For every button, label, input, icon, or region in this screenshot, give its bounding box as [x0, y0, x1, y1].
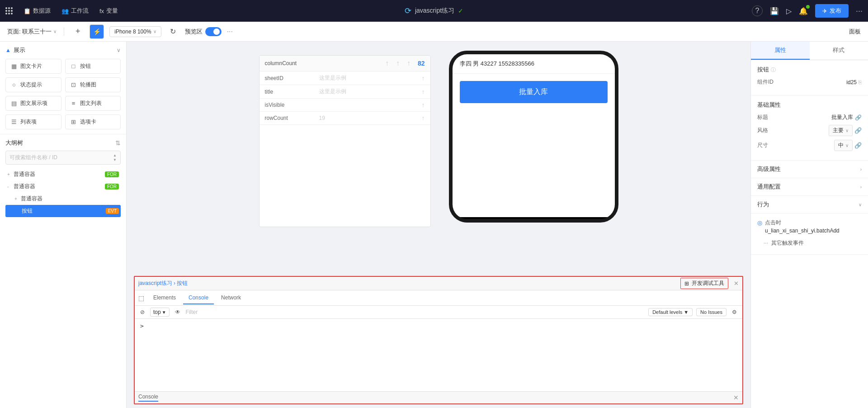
dev-toolbar-right: Default levels ▼ No Issues ⚙ [648, 308, 739, 316]
phone-frame: 李四 男 43227 15528335566 批量入库 [449, 51, 618, 223]
sidebar-item-imagetext[interactable]: ▤ 图文展示项 [5, 96, 61, 111]
console-area[interactable]: > [135, 319, 742, 391]
sidebar-item-imagelist[interactable]: ≡ 图文列表 [65, 96, 121, 111]
dev-tools-header: javascript练习 › 按钮 ⊞ 开发调试工具 ✕ [135, 277, 742, 290]
console-footer-close-icon[interactable]: ✕ [733, 394, 739, 401]
sidebar-item-card[interactable]: ▦ 图文卡片 [5, 59, 61, 74]
arrow-up-icon[interactable]: ▲ [113, 153, 117, 157]
canvas-top: columnCount ↑ ↑ ↑ 82 sheetID 这里是示例 ↑ [259, 51, 618, 227]
refresh-button[interactable]: ↻ [167, 25, 179, 38]
upload-icon1[interactable]: ↑ [385, 59, 389, 67]
dev-tab-elements[interactable]: Elements [148, 292, 181, 304]
advanced-props-section[interactable]: 高级属性 › [751, 161, 868, 178]
tree-item-container1[interactable]: + 普通容器 FOR [5, 168, 121, 180]
project-name: javascript练习 [415, 7, 454, 15]
data-row-isvisible: isVisible ↑ [259, 99, 430, 112]
preview-more-icon[interactable]: ··· [227, 28, 233, 36]
imagetext-label: 图文展示项 [20, 100, 47, 107]
size-select-chevron-icon: ∨ [845, 143, 849, 148]
right-tab-props[interactable]: 属性 [751, 42, 810, 60]
style-tab-label: 样式 [833, 47, 844, 53]
tree-item-badge2: FOR [105, 184, 119, 190]
sidebar-item-tabs[interactable]: ⊞ 选项卡 [65, 114, 121, 129]
upload-icon3[interactable]: ↑ [407, 59, 410, 67]
common-config-section[interactable]: 通用配置 › [751, 178, 868, 196]
outline-title: 大纲树 [5, 139, 23, 147]
tree-item-container2[interactable]: - 普通容器 FOR [5, 180, 121, 193]
copy-icon[interactable]: ⎘ [859, 79, 862, 85]
upload-icon-isvisible[interactable]: ↑ [422, 101, 425, 109]
publish-button[interactable]: ✈ 发布 [815, 4, 849, 18]
tree-item-button[interactable]: 按钮 EVT [5, 205, 121, 217]
link-icon-title[interactable]: 🔗 [855, 114, 862, 121]
prop-label-style: 风格 [757, 127, 768, 134]
tree-toggle-icon3[interactable]: + [14, 196, 21, 201]
arrow-down-icon[interactable]: ▼ [113, 158, 117, 162]
add-page-button[interactable]: + [71, 25, 84, 38]
help-icon[interactable]: ? [752, 5, 763, 16]
status-icon: ○ [10, 81, 18, 89]
notify-icon[interactable]: 🔔 [799, 7, 808, 15]
save-icon[interactable]: 💾 [770, 7, 779, 15]
right-tab-style[interactable]: 样式 [810, 42, 868, 60]
upload-icon-rowcount[interactable]: ↑ [422, 114, 425, 122]
outline-search[interactable]: 可搜索组件名称 / ID ▲ ▼ [5, 151, 121, 165]
upload-icon2[interactable]: ↑ [396, 59, 400, 67]
tree-toggle-icon[interactable]: + [7, 172, 14, 177]
behavior-section-header[interactable]: 行为 ∨ [751, 196, 868, 213]
display-section-collapse-icon[interactable]: ∨ [117, 47, 121, 53]
user-info-text: 李四 男 43227 15528335566 [460, 60, 535, 67]
page-selector[interactable]: 页面: 联系三十一 ∨ [7, 28, 64, 36]
tree-item-container3[interactable]: + 普通容器 [5, 193, 121, 205]
phone-user-info: 李四 男 43227 15528335566 [453, 54, 615, 74]
tree-toggle-icon2[interactable]: - [7, 184, 14, 189]
preview-switch[interactable] [205, 27, 222, 36]
more-events-item[interactable]: ··· 其它触发事件 [757, 237, 862, 249]
phone-button-area: 批量入库 [453, 74, 615, 110]
nav-workflow[interactable]: 👥 工作流 [61, 7, 89, 15]
grid-menu-icon[interactable] [5, 7, 13, 14]
size-select[interactable]: 中 ∨ [834, 140, 853, 151]
basic-props-title: 基础属性 [757, 101, 862, 109]
mode-toggle-button[interactable]: ⚡ [90, 24, 104, 39]
tree-item-badge4: EVT [106, 208, 119, 214]
default-levels-selector[interactable]: Default levels ▼ [648, 308, 693, 316]
dev-toolbar: ⊘ top ▼ 👁 Filter Default levels ▼ No Iss… [135, 306, 742, 319]
filter-input[interactable]: Filter [186, 309, 645, 315]
run-icon[interactable]: ▷ [786, 7, 792, 15]
settings-icon[interactable]: ⚙ [730, 308, 739, 316]
dev-tools-close-button[interactable]: ✕ [734, 280, 739, 287]
prop-value-style: 主要 ∨ 🔗 [829, 125, 862, 136]
link-icon-style[interactable]: 🔗 [854, 127, 862, 134]
prop-label-title: 标题 [757, 114, 768, 121]
dev-tab-console[interactable]: Console [183, 292, 214, 304]
batch-button[interactable]: 批量入库 [460, 81, 608, 103]
nav-datasource[interactable]: 📋 数据源 [24, 7, 51, 15]
data-panel-header: columnCount ↑ ↑ ↑ 82 [259, 56, 430, 71]
device-selector[interactable]: iPhone 8 100% ∨ [109, 26, 161, 37]
sidebar-item-listitem[interactable]: ☰ 列表项 [5, 114, 61, 129]
dev-tab-network[interactable]: Network [216, 292, 246, 304]
style-value-text: 主要 [833, 127, 844, 134]
upload-icon-sheetid[interactable]: ↑ [422, 75, 425, 82]
toolbar-stop-icon[interactable]: ⊘ [138, 308, 146, 316]
console-cursor: > [140, 323, 144, 329]
sidebar-item-carousel[interactable]: ⊡ 轮播图 [65, 77, 121, 92]
eye-icon[interactable]: 👁 [173, 308, 182, 316]
sidebar-item-status[interactable]: ○ 状态提示 [5, 77, 61, 92]
sidebar-item-button[interactable]: □ 按钮 [65, 59, 121, 74]
click-event-item: ◎ 点击时 u_lian_xi_san_shi_yi.batchAdd [757, 219, 862, 234]
no-issues-indicator[interactable]: No Issues [696, 308, 726, 316]
preview-toggle[interactable]: 预览区 [185, 27, 222, 36]
outline-toggle-icon[interactable]: ⇅ [115, 139, 121, 147]
upload-icon-title[interactable]: ↑ [422, 88, 425, 95]
more-menu-icon[interactable]: ··· [856, 6, 863, 16]
nav-variable[interactable]: fx 变量 [99, 7, 118, 15]
inspect-icon[interactable]: ⬚ [138, 294, 144, 302]
style-select[interactable]: 主要 ∨ [829, 125, 853, 136]
size-value-text: 中 [838, 142, 844, 149]
listitem-label: 列表项 [20, 118, 37, 126]
outline-section: 大纲树 ⇅ 可搜索组件名称 / ID ▲ ▼ + 普通容器 FOR - 普通容器… [0, 134, 126, 408]
top-selector[interactable]: top ▼ [150, 308, 170, 317]
link-icon-size[interactable]: 🔗 [854, 142, 862, 149]
